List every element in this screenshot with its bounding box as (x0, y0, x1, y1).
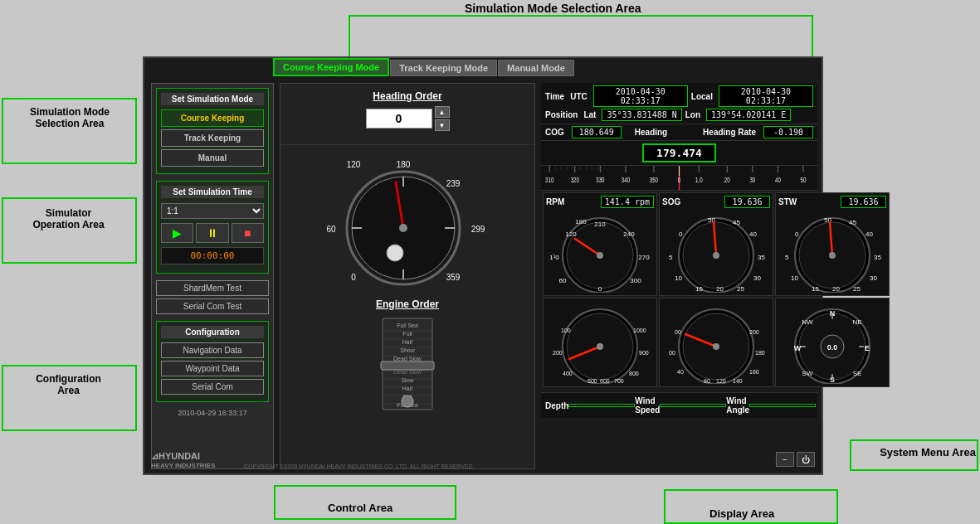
svg-point-114 (829, 252, 836, 259)
svg-text:240: 240 (623, 230, 635, 238)
sog-gauge-svg: 0 5 10 15 20 25 30 35 40 45 50 (662, 210, 770, 293)
configuration-section: Configuration Navigation Data Waypoint D… (156, 321, 269, 402)
sog-cell: SOG 19.636 0 5 10 15 20 25 30 35 40 45 5 (659, 192, 773, 296)
svg-text:359: 359 (446, 273, 461, 282)
tab-course-keeping[interactable]: Course Keeping Mode (273, 58, 389, 76)
wind-angle-cell: N E S W NE SE SW NW 0.0 (775, 298, 890, 387)
utc-value: 2010-04-30 02:33:17 (593, 85, 688, 107)
heading-order-input[interactable]: 0 (366, 109, 432, 129)
svg-text:80: 80 (704, 378, 710, 384)
minimize-btn[interactable]: − (776, 452, 794, 467)
rpm-gauge-svg: 120 1¹0 60 0 300 270 240 210 180 (546, 210, 654, 293)
cog-row: COG 180.649 Heading Heading Rate -0.190 (541, 124, 817, 141)
svg-text:5: 5 (785, 254, 789, 261)
heading-display: 179.474 (642, 143, 716, 163)
waypoint-data-btn[interactable]: Waypoint Data (161, 361, 264, 376)
bottom-values-row: Depth Wind Speed Wind Angle (541, 392, 817, 418)
rpm-label-row: RPM 141.4 rpm (546, 196, 654, 208)
svg-text:35: 35 (874, 254, 881, 261)
svg-text:320: 320 (571, 176, 579, 185)
main-panel: Course Keeping Mode Track Keeping Mode M… (143, 56, 823, 475)
track-keeping-btn[interactable]: Track Keeping (161, 129, 264, 147)
sim-time-title: Set Simulation Time (161, 186, 264, 198)
svg-text:0: 0 (795, 230, 799, 238)
svg-text:NE: NE (852, 318, 861, 326)
course-keeping-btn[interactable]: Course Keeping (161, 109, 264, 127)
timestamp: 2010-04-29 16:33:17 (156, 409, 269, 417)
copyright: COPYRIGHT ©2009 HYUNDAI HEAVY INDUSTRIES… (244, 463, 475, 469)
time-controls: ▶ ⏸ ■ (161, 223, 264, 243)
svg-text:299: 299 (471, 225, 485, 234)
svg-text:500: 500 (588, 378, 597, 384)
svg-text:10: 10 (791, 274, 798, 282)
rpm-value: 141.4 rpm (601, 196, 654, 208)
svg-text:340: 340 (622, 176, 630, 185)
set-simulation-mode-section: Set Simulation Mode Course Keeping Track… (156, 88, 269, 174)
svg-text:5: 5 (669, 254, 673, 261)
svg-point-13 (387, 245, 403, 261)
svg-text:1000: 1000 (633, 328, 646, 333)
svg-text:0: 0 (351, 273, 356, 282)
local-label: Local (691, 92, 713, 101)
hyundai-name: ⊿HYUNDAI (151, 451, 200, 461)
svg-text:40: 40 (749, 230, 757, 238)
left-op-annotation-label: SimulatorOperation Area (4, 207, 133, 230)
svg-text:45: 45 (849, 219, 856, 226)
svg-point-15 (399, 224, 407, 232)
heading-rate-label: Heading Rate (703, 128, 756, 137)
tab-manual[interactable]: Manual Mode (498, 60, 574, 76)
svg-text:15: 15 (695, 285, 703, 293)
stw-gauge-svg: 0 5 10 15 20 25 30 35 40 45 50 (778, 210, 886, 293)
wind-angle-bottom-label: Wind Angle (726, 396, 749, 415)
bottom-display-label: Display Area (709, 507, 774, 520)
tab-track-keeping[interactable]: Track Keeping Mode (390, 60, 497, 76)
svg-text:10: 10 (675, 274, 682, 282)
svg-text:Half: Half (402, 386, 413, 391)
svg-text:Show: Show (400, 347, 415, 353)
svg-text:25: 25 (853, 285, 861, 293)
depth-gauge-svg: 100 200 400 500 600 700 800 900 1000 (546, 301, 654, 384)
time-display: 00:00:00 (161, 247, 264, 264)
svg-text:35: 35 (758, 254, 765, 261)
stop-btn[interactable]: ■ (232, 223, 264, 243)
serial-com-test-btn[interactable]: Serial Com Test (156, 298, 269, 314)
utc-label: UTC (570, 92, 588, 101)
svg-text:NW: NW (802, 318, 813, 326)
manual-btn[interactable]: Manual (161, 149, 264, 167)
right-instruments-panel: Time UTC 2010-04-30 02:33:17 Local 2010-… (541, 83, 817, 469)
svg-text:40: 40 (775, 176, 781, 185)
serial-com-btn[interactable]: Serial Com (161, 379, 264, 395)
stw-cell: STW 19.636 0 5 10 15 20 25 30 35 40 45 5 (775, 192, 890, 296)
stw-value: 19.636 (841, 196, 886, 208)
heading-down-btn[interactable]: ▼ (435, 119, 450, 131)
shard-mem-test-btn[interactable]: ShardMem Test (156, 280, 269, 296)
depth-bottom-label: Depth (545, 401, 568, 410)
svg-text:270: 270 (638, 254, 650, 261)
wind-angle-bottom-value (749, 404, 816, 407)
wind-speed-gauge-svg: 00 00 40 80 120 140 160 180 200 (662, 301, 770, 384)
svg-text:00: 00 (675, 329, 681, 335)
power-btn[interactable]: ⏻ (797, 452, 815, 467)
svg-text:0.0: 0.0 (827, 343, 838, 352)
pause-btn[interactable]: ⏸ (196, 223, 228, 243)
svg-text:50: 50 (801, 176, 807, 185)
sim-mode-title: Set Simulation Mode (161, 93, 264, 105)
center-panel: Heading Order 0 ▲ ▼ 180 239 299 359 120 … (280, 83, 535, 469)
heading-up-btn[interactable]: ▲ (435, 106, 450, 118)
play-btn[interactable]: ▶ (161, 223, 193, 243)
svg-text:Half: Half (402, 339, 413, 345)
svg-text:1¹0: 1¹0 (549, 254, 559, 261)
test-section: ShardMem Test Serial Com Test (156, 280, 269, 314)
svg-text:700: 700 (614, 378, 624, 384)
lat-label: Lat (583, 110, 596, 119)
svg-text:E: E (865, 344, 870, 352)
svg-text:160: 160 (749, 369, 759, 375)
svg-text:180: 180 (575, 218, 587, 226)
set-simulation-time-section: Set Simulation Time 1:1 ▶ ⏸ ■ 00:00:00 (156, 181, 269, 274)
svg-text:60: 60 (559, 277, 567, 284)
svg-text:30: 30 (749, 176, 755, 185)
wind-angle-gauge-svg: N E S W NE SE SW NW 0.0 (778, 301, 886, 384)
time-ratio-select[interactable]: 1:1 (161, 203, 264, 219)
navigation-data-btn[interactable]: Navigation Data (161, 342, 264, 358)
svg-text:350: 350 (650, 176, 658, 185)
